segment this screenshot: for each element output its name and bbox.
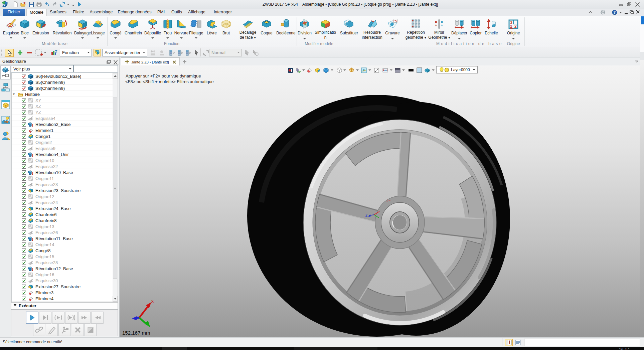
svg-text:Z: Z [365, 214, 367, 217]
svg-text:X: X [151, 299, 154, 304]
svg-text:1: 1 [510, 24, 512, 29]
svg-text:2: 2 [514, 24, 517, 29]
svg-text:?: ? [614, 10, 616, 14]
